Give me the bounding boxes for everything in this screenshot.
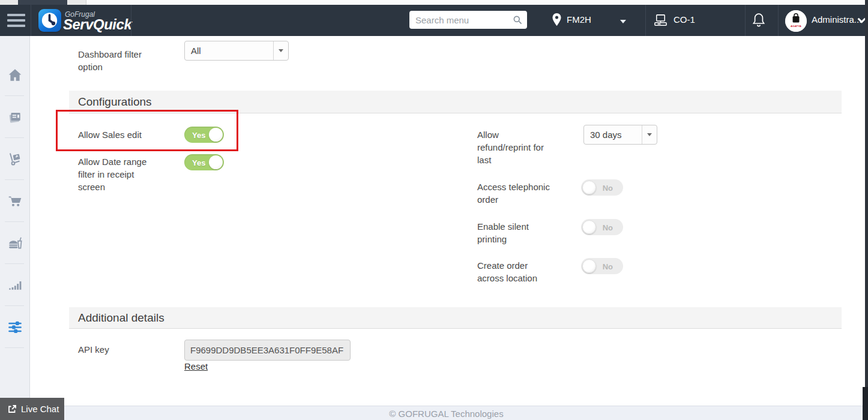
toggle-state-label: Yes: [192, 130, 205, 139]
toggle-state-label: No: [603, 183, 613, 192]
telephonic-order-toggle[interactable]: No: [581, 179, 623, 196]
documents-icon: [7, 109, 23, 125]
user-label[interactable]: Administra...: [812, 14, 861, 25]
allow-date-range-label: Allow Date range filter in receipt scree…: [78, 155, 154, 193]
topbar-divider: [745, 5, 746, 36]
toggle-knob: [209, 128, 223, 142]
sidebar: [0, 36, 30, 420]
sidebar-item-cart[interactable]: [0, 180, 29, 222]
home-icon: [7, 67, 23, 83]
scrollbar-track[interactable]: [865, 0, 868, 420]
silent-printing-label: Enable silent printing: [477, 220, 553, 245]
servquick-logo-icon: [38, 9, 61, 32]
telephonic-order-label: Access telephonic order: [477, 181, 553, 206]
sidebar-item-documents[interactable]: [0, 96, 29, 138]
notifications-bell-icon[interactable]: [752, 12, 766, 29]
dashboard-filter-label: Dashboard filter option: [78, 48, 149, 73]
toggle-knob: [582, 181, 596, 194]
live-chat-label: Live Chat: [21, 404, 59, 414]
search-menu-box: [409, 11, 527, 29]
reports-chart-icon: [7, 277, 23, 293]
toggle-state-label: Yes: [192, 158, 205, 167]
station-label[interactable]: CO-1: [674, 14, 695, 25]
configurations-title: Configurations: [69, 95, 152, 109]
dashboard-filter-select[interactable]: All: [184, 41, 289, 61]
sidebar-item-delivery[interactable]: [0, 138, 29, 180]
toggle-state-label: No: [603, 262, 613, 271]
dropdown-caret-icon[interactable]: [642, 125, 657, 144]
food-order-icon: [7, 235, 23, 251]
toggle-state-label: No: [603, 223, 613, 232]
toggle-knob: [209, 155, 223, 169]
sidebar-item-food-order[interactable]: [0, 222, 29, 264]
settings-sliders-icon: [7, 319, 23, 335]
search-icon[interactable]: [513, 15, 522, 25]
hamburger-menu-icon[interactable]: [7, 14, 25, 27]
window-top-strip: [0, 0, 868, 5]
topbar-divider: [645, 5, 646, 36]
toggle-knob: [582, 259, 596, 273]
allow-sales-edit-toggle[interactable]: Yes: [184, 127, 224, 143]
order-across-location-label: Create order across location: [477, 259, 553, 284]
additional-details-title: Additional details: [69, 311, 164, 325]
search-input[interactable]: [409, 11, 510, 29]
external-link-icon: [7, 404, 17, 414]
brand-servquick: ServQuick: [63, 16, 131, 33]
location-caret-icon[interactable]: [620, 20, 626, 26]
delivery-trolley-icon: [7, 151, 23, 167]
avatar[interactable]: AGATYA: [785, 10, 807, 32]
dashboard-filter-value: All: [191, 41, 201, 60]
additional-details-section-header: Additional details: [69, 307, 842, 329]
topbar-divider: [778, 5, 779, 36]
sidebar-item-settings[interactable]: [0, 306, 29, 348]
allow-date-range-toggle[interactable]: Yes: [184, 154, 224, 170]
topbar: GoFrugal ServQuick FM2H CO-1 AGATYA Admi…: [0, 5, 868, 36]
sidebar-item-reports[interactable]: [0, 264, 29, 306]
order-across-location-toggle[interactable]: No: [581, 258, 623, 274]
live-chat-button[interactable]: Live Chat: [0, 398, 64, 420]
location-pin-icon: [552, 13, 562, 26]
topbar-divider: [31, 5, 31, 36]
copyright-text: © GOFRUGAL Technologies: [389, 409, 503, 419]
dropdown-caret-icon[interactable]: [273, 41, 288, 60]
browser-tab-edge: [18, 0, 67, 5]
refund-reprint-value: 30 days: [590, 125, 622, 144]
avatar-text: AGATYA: [791, 25, 802, 28]
cart-icon: [7, 193, 23, 209]
sidebar-item-home[interactable]: [0, 54, 29, 96]
silent-printing-toggle[interactable]: No: [581, 219, 623, 235]
refund-reprint-label: Allow refund/reprint for last: [477, 128, 553, 166]
topbar-divider: [131, 5, 131, 36]
station-monitor-icon: [653, 14, 668, 27]
footer: © GOFRUGAL Technologies: [30, 406, 863, 420]
window-top-strip-right: [86, 0, 868, 5]
scrollbar-thumb[interactable]: [863, 387, 868, 420]
configurations-section-header: Configurations: [69, 91, 842, 113]
toggle-knob: [582, 220, 596, 234]
api-key-reset-link[interactable]: Reset: [184, 361, 208, 371]
allow-sales-edit-label: Allow Sales edit: [78, 128, 174, 141]
refund-reprint-select[interactable]: 30 days: [583, 125, 657, 145]
location-label[interactable]: FM2H: [567, 14, 591, 25]
api-key-label: API key: [78, 343, 109, 356]
api-key-input[interactable]: [184, 340, 351, 361]
